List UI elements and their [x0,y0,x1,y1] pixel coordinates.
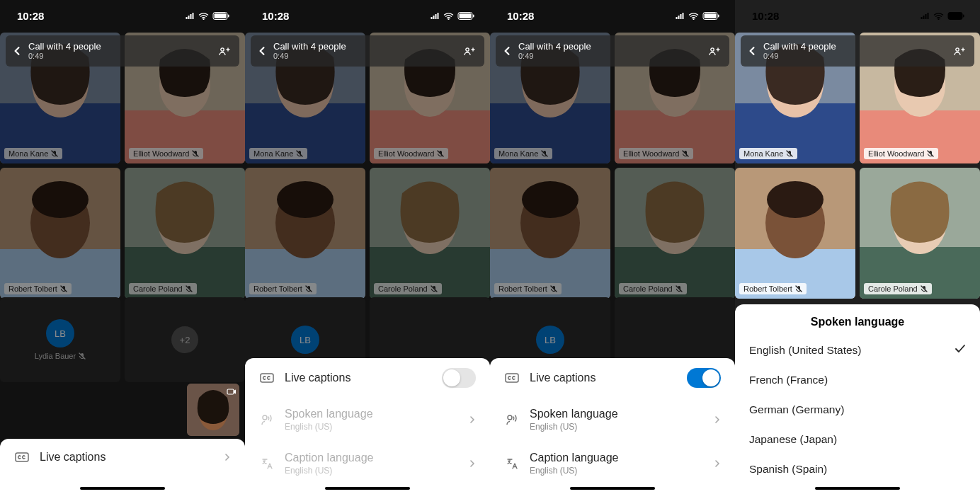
speak-icon [259,413,275,426]
language-option[interactable]: Japanese (Japan) [735,425,980,454]
language-sheet: Spoken language English (United States) … [735,304,980,494]
language-option[interactable]: German (Germany) [735,395,980,425]
caption-language-row[interactable]: Caption languageEnglish (US) [490,442,735,486]
mic-off-icon [431,285,438,292]
mic-off-icon [437,150,444,157]
frame-entry: Mona Kane Elliot Woodward Robert Tolbert… [0,0,245,494]
mic-off-icon [927,150,934,157]
spoken-language-row: Spoken languageEnglish (US) [245,398,490,442]
avatar: LB [536,326,564,354]
wifi-icon [688,12,699,20]
live-captions-toggle[interactable] [442,368,476,388]
people-button[interactable] [705,42,722,59]
frame-captions-off: Mona Kane Elliot Woodward Robert Tolbert… [245,0,490,494]
status-time: 10:28 [17,10,44,22]
home-indicator [570,487,655,490]
cc-icon [259,372,275,384]
overflow-count: +2 [171,326,198,353]
chevron-right-icon [224,451,231,464]
call-duration: 0:49 [28,52,101,60]
signal-icon [430,12,440,19]
participant-tile[interactable]: Carole Poland [615,168,735,299]
language-option[interactable]: Spanish (Spain) [735,454,980,484]
wifi-icon [198,12,209,20]
row-label: Live captions [530,372,596,384]
live-captions-row[interactable]: Live captions [245,358,490,398]
signal-icon [675,12,685,19]
battery-icon [457,12,474,20]
participant-tile[interactable]: Carole Poland [860,168,980,299]
wifi-icon [933,12,944,20]
people-button[interactable] [215,42,232,59]
mic-off-icon [296,150,303,157]
participant-tile[interactable]: Robert Tolbert [490,168,610,299]
mic-off-icon [786,150,793,157]
row-label: Live captions [285,372,351,384]
caption-language-row: Caption languageEnglish (US) [245,442,490,486]
participant-tile-novideo[interactable]: LB Lydia Bauer [0,297,120,382]
mic-off-icon [541,150,548,157]
mic-off-icon [921,285,928,292]
row-label: Caption language [285,452,373,464]
overflow-tile[interactable]: +2 [125,297,245,382]
row-label: Caption language [530,452,618,464]
call-title: Call with 4 people [518,42,591,52]
participant-tile[interactable]: Carole Poland [370,168,490,299]
participant-tile[interactable]: Robert Tolbert [0,168,120,299]
battery-icon [947,12,964,20]
participant-tile[interactable]: Carole Poland [125,168,245,299]
battery-icon [212,12,229,20]
status-time: 10:28 [507,10,534,22]
bottom-row: LB Lydia Bauer +2 [0,297,245,382]
bottom-sheet: Live captions Spoken languageEnglish (US… [490,358,735,494]
option-label: Spanish (Spain) [749,463,827,476]
self-preview[interactable] [187,384,239,436]
mic-off-icon [550,285,557,292]
mic-off-icon [682,150,689,157]
chevron-right-icon [714,457,721,470]
language-option[interactable]: French (France) [735,365,980,395]
back-icon[interactable] [258,47,266,55]
participant-tile[interactable]: Robert Tolbert [735,168,855,299]
mic-off-icon [305,285,312,292]
back-icon[interactable] [748,47,756,55]
mic-off-icon [51,150,58,157]
participant-tile[interactable]: Robert Tolbert [245,168,365,299]
call-header: Call with 4 people 0:49 [6,35,239,67]
spoken-language-row[interactable]: Spoken languageEnglish (US) [490,398,735,442]
translate-icon [259,457,275,470]
status-time: 10:28 [752,10,779,22]
camera-icon [227,386,237,396]
participant-name: Mona Kane [4,148,62,159]
chevron-right-icon [469,413,476,426]
live-captions-row[interactable]: Live captions [490,358,735,398]
signal-icon [920,12,930,19]
status-bar: 10:28 [245,0,490,31]
sheet-title: Spoken language [735,304,980,335]
people-button[interactable] [950,42,967,59]
signal-icon [185,12,195,19]
live-captions-row[interactable]: Live captions [0,439,245,476]
avatar: LB [291,326,319,354]
status-time: 10:28 [262,10,289,22]
call-duration: 0:49 [763,52,836,60]
row-sublabel: English (US) [530,422,618,432]
bottom-sheet: Live captions Spoken languageEnglish (US… [245,358,490,494]
call-header: Call with 4 people0:49 [251,35,484,67]
home-indicator [815,487,900,490]
language-option[interactable]: English (United States) [735,335,980,365]
frame-language-picker: Mona Kane Elliot Woodward Robert Tolbert… [735,0,980,494]
row-sublabel: English (US) [285,466,373,476]
row-label: Live captions [40,451,106,464]
back-icon[interactable] [503,47,511,55]
call-duration: 0:49 [518,52,591,60]
back-icon[interactable] [13,47,21,55]
mic-off-icon [192,150,199,157]
row-label: Spoken language [530,408,618,420]
mic-off-icon [676,285,683,292]
participant-name: Carole Poland [129,283,197,294]
live-captions-toggle[interactable] [687,368,721,388]
people-button[interactable] [460,42,477,59]
chevron-right-icon [714,413,721,426]
call-title: Call with 4 people [273,42,346,52]
